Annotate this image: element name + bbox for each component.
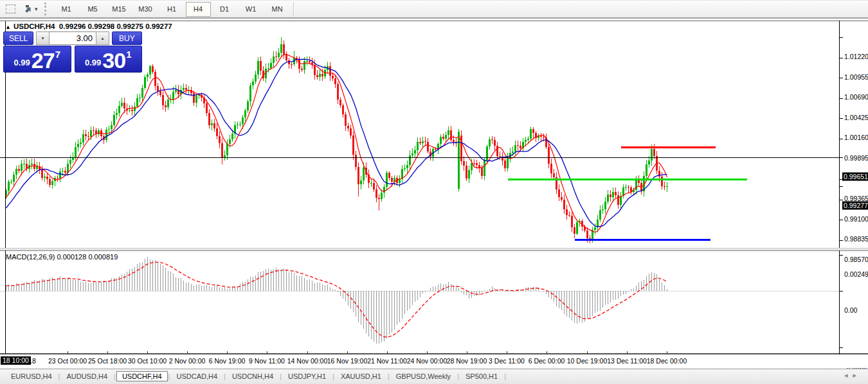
timeframe-button-m30[interactable]: M30	[133, 2, 158, 17]
chart-tab-xauusd[interactable]: XAUUSD,H1	[335, 371, 387, 381]
tab-scroll-right-icon[interactable]: ▸	[853, 371, 862, 379]
chart-window: ▲USDCHF,H4 0.99296 0.99298 0.99275 0.992…	[0, 20, 868, 369]
time-axis[interactable]: 18 10:00 18 23 Oct 00:0025 Oct 18:0030 O…	[0, 354, 868, 368]
arrange-arrows-icon[interactable]	[21, 2, 36, 16]
chart-tab-audusd[interactable]: AUDUSD,H4	[60, 371, 113, 381]
toolbar-separator	[293, 2, 294, 16]
volume-decrease-button[interactable]: ▼	[36, 31, 50, 45]
chart-ohlc-quotes: 0.99296 0.99298 0.99275 0.99277	[59, 22, 172, 30]
buy-price-box[interactable]: 0.99 30 1	[75, 46, 143, 73]
sell-price-prefix: 0.99	[14, 58, 30, 67]
price-axis-label: 1.00955	[844, 73, 868, 81]
chart-tab-sp500[interactable]: SP500,H1	[460, 371, 503, 381]
macd-indicator-label: MACD(12,26,9) 0.000128 0.000819	[6, 253, 118, 261]
time-tick-label: 14 Nov 00:00	[287, 357, 327, 365]
chart-tab-usdjpy[interactable]: USDJPY,H1	[282, 371, 332, 381]
volume-field[interactable]: 3.00	[50, 31, 96, 45]
time-tick-label: 9 Nov 11:00	[249, 357, 285, 365]
chart-tab-usdcnh[interactable]: USDCNH,H4	[226, 371, 279, 381]
time-tick-label: 30 Oct 10:00	[128, 357, 167, 365]
selection-rectangle-icon[interactable]	[3, 2, 18, 16]
toolbar-grip[interactable]	[44, 3, 51, 15]
chart-tab-eurusd[interactable]: EURUSD,H4	[5, 371, 58, 381]
tab-separator: |	[224, 372, 226, 380]
timeframe-button-h4[interactable]: H4	[186, 2, 211, 17]
price-axis-label: 0.99895	[844, 154, 868, 162]
tab-separator: |	[504, 372, 506, 380]
volume-increase-button[interactable]: ▲	[96, 31, 109, 45]
time-tick-label: 6 Dec 00:00	[529, 357, 565, 365]
time-tick-label: 24 Nov 00:00	[407, 357, 447, 365]
selected-time-tag: 18 10:00	[1, 356, 31, 365]
collapse-triangle-icon[interactable]: ▲	[5, 24, 11, 30]
toolbar: ▾ M1M5M15M30H1H4D1W1MN	[0, 1, 868, 19]
timeframe-button-h1[interactable]: H1	[159, 2, 185, 17]
one-click-trading-panel: SELL ▼ 3.00 ▲ BUY 0.99 27 7 0.99 30 1	[3, 31, 142, 73]
price-axis-label: 0.98835	[844, 235, 868, 243]
sell-button[interactable]: SELL	[3, 31, 33, 45]
time-tick-label: 16 Nov 19:00	[327, 357, 367, 365]
price-axis-label: 0.98570	[844, 256, 868, 263]
tab-scroll-arrows: ◂▸	[844, 371, 862, 380]
timeframe-button-m15[interactable]: M15	[107, 2, 132, 17]
time-tick-label: 2 Nov 00:00	[169, 357, 206, 365]
time-tick-label: 18	[28, 357, 36, 365]
timeframe-button-mn[interactable]: MN	[265, 2, 290, 17]
chart-tab-usdcad[interactable]: USDCAD,H4	[170, 371, 223, 381]
price-axis-label: 1.01220	[844, 53, 868, 60]
tab-separator: |	[332, 372, 334, 380]
time-tick-label: 25 Oct 18:00	[88, 357, 127, 365]
buy-price-point: 1	[126, 49, 131, 60]
price-axis-tag: 0.99277	[842, 201, 868, 209]
timeframe-button-m1[interactable]: M1	[54, 2, 79, 17]
macd-axis-label: 0.002492	[844, 270, 868, 278]
tab-separator: |	[114, 372, 116, 380]
tab-separator: |	[388, 372, 390, 380]
time-tick-label: 18 Dec 00:00	[647, 357, 687, 365]
buy-price-prefix: 0.99	[85, 58, 101, 67]
timeframe-button-m5[interactable]: M5	[80, 2, 105, 17]
chart-tab-bar: EURUSD,H4|AUDUSD,H4|USDCHF,H4|USDCAD,H4|…	[0, 369, 868, 383]
price-axis-label: 1.00690	[844, 93, 868, 101]
buy-price-pips: 30	[102, 51, 125, 70]
macd-pane[interactable]	[0, 250, 868, 354]
mt4-application: ▾ M1M5M15M30H1H4D1W1MN ▲USDCHF,H4 0.9929…	[0, 0, 868, 384]
timeframe-buttons: M1M5M15M30H1H4D1W1MN	[53, 2, 291, 17]
time-tick-label: 6 Nov 19:00	[209, 357, 246, 365]
chart-tab-usdchf[interactable]: USDCHF,H4	[116, 371, 168, 381]
sell-price-pips: 27	[32, 51, 55, 70]
tab-separator: |	[457, 372, 459, 380]
chart-symbol: USDCHF,H4	[14, 22, 55, 30]
tab-separator: |	[59, 372, 60, 380]
dropdown-caret-icon[interactable]: ▾	[35, 6, 38, 12]
price-axis-tag: 0.99651	[842, 173, 868, 181]
chart-tab-gbpusd[interactable]: GBPUSD,Weekly	[390, 371, 457, 381]
timeframe-button-w1[interactable]: W1	[239, 2, 264, 17]
time-tick-label: 10 Dec 19:00	[567, 357, 607, 365]
tab-scroll-left-icon[interactable]: ◂	[844, 371, 853, 379]
chart-title: ▲USDCHF,H4 0.99296 0.99298 0.99275 0.992…	[5, 22, 172, 30]
time-tick-label: 23 Oct 00:00	[48, 357, 87, 365]
timeframe-button-d1[interactable]: D1	[212, 2, 237, 17]
price-axis-label: 1.00425	[844, 114, 868, 121]
time-tick-label: 3 Dec 11:00	[489, 357, 525, 365]
price-axis-label: 0.99100	[844, 215, 868, 223]
time-tick-label: 21 Nov 11:00	[367, 357, 407, 365]
sell-price-point: 7	[55, 49, 60, 60]
time-tick-label: 28 Nov 19:00	[447, 357, 487, 365]
price-axis-label: 1.00160	[844, 134, 868, 141]
tab-separator: |	[168, 372, 170, 380]
tab-separator: |	[280, 372, 282, 380]
sell-price-box[interactable]: 0.99 27 7	[3, 46, 71, 73]
buy-button[interactable]: BUY	[112, 31, 142, 45]
time-tick-label: 13 Dec 11:00	[607, 357, 647, 365]
macd-axis-label: 0.00	[844, 306, 857, 314]
